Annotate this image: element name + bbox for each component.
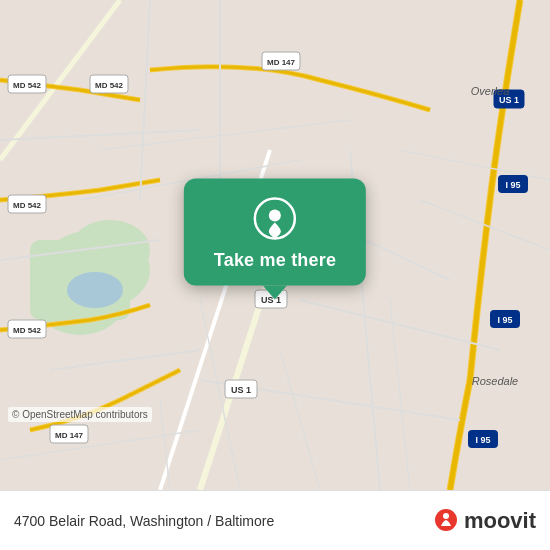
location-pin-icon: [253, 196, 297, 240]
svg-text:Rosedale: Rosedale: [472, 375, 518, 387]
svg-text:MD 542: MD 542: [13, 326, 42, 335]
popup-tail: [263, 285, 287, 299]
svg-point-55: [269, 209, 281, 221]
svg-text:MD 542: MD 542: [95, 81, 124, 90]
address-text: 4700 Belair Road, Washington / Baltimore: [14, 513, 274, 529]
popup-overlay: Take me there: [184, 178, 366, 299]
svg-text:MD 147: MD 147: [267, 58, 296, 67]
svg-text:US 1: US 1: [231, 385, 251, 395]
svg-point-5: [67, 272, 123, 308]
moovit-brand-text: moovit: [464, 508, 536, 534]
take-me-there-button[interactable]: Take me there: [214, 250, 336, 271]
svg-text:MD 542: MD 542: [13, 201, 42, 210]
svg-text:MD 147: MD 147: [55, 431, 84, 440]
map-container: US 1 US 1 US 1 I 95 I 95 I 95 MD 542 MD …: [0, 0, 550, 490]
copyright-text: © OpenStreetMap contributors: [8, 407, 152, 422]
svg-text:I 95: I 95: [505, 180, 520, 190]
bottom-bar: 4700 Belair Road, Washington / Baltimore…: [0, 490, 550, 550]
svg-point-57: [443, 513, 449, 519]
svg-text:I 95: I 95: [475, 435, 490, 445]
svg-text:MD 542: MD 542: [13, 81, 42, 90]
svg-text:I 95: I 95: [497, 315, 512, 325]
moovit-pin-icon: [432, 507, 460, 535]
popup-card[interactable]: Take me there: [184, 178, 366, 285]
moovit-logo: moovit: [432, 507, 536, 535]
svg-text:Overlea: Overlea: [471, 85, 510, 97]
